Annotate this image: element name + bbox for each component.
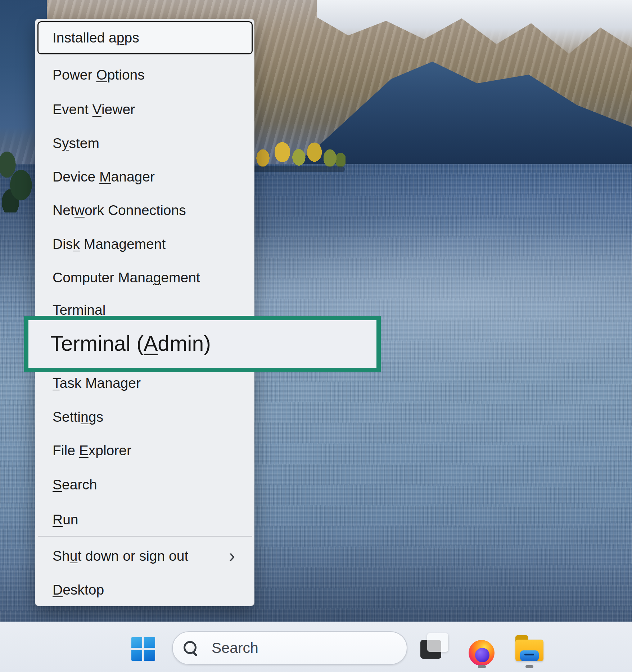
start-button[interactable] (131, 637, 155, 661)
search-icon (184, 641, 198, 655)
menu-item-search[interactable]: Search (35, 475, 254, 495)
desktop-wallpaper: { "menu": { "items": [ {"slug":"installe… (0, 0, 632, 672)
menu-item-computer-management[interactable]: Computer Management (35, 268, 254, 288)
menu-item-network-connections[interactable]: Network Connections (35, 200, 254, 220)
taskbar-search-box[interactable]: Search (172, 631, 407, 665)
menu-item-task-manager[interactable]: Task Manager (35, 373, 254, 393)
annotation-highlight-box: Terminal (Admin) (24, 316, 381, 372)
search-label: Search (212, 640, 258, 657)
menu-item-settings[interactable]: Settings (35, 407, 254, 427)
wallpaper-left-shore (0, 144, 35, 212)
menu-item-system[interactable]: System (35, 133, 254, 153)
taskbar: Search (0, 622, 632, 672)
menu-item-file-explorer[interactable]: File Explorer (35, 440, 254, 461)
menu-item-event-viewer[interactable]: Event Viewer (35, 99, 254, 120)
taskbar-file-explorer-button[interactable] (515, 635, 544, 663)
menu-item-run[interactable]: Run (35, 510, 254, 530)
firefox-icon (469, 640, 495, 666)
menu-item-installed-apps[interactable]: Installed apps (37, 21, 253, 54)
menu-separator (38, 536, 252, 537)
menu-item-terminal-admin[interactable]: Terminal (Admin) (28, 320, 376, 367)
submenu-chevron-icon: › (229, 546, 235, 565)
menu-item-power-options[interactable]: Power Options (35, 65, 254, 85)
running-indicator-file-explorer (525, 665, 533, 668)
menu-item-desktop[interactable]: Desktop (35, 580, 254, 600)
running-indicator-firefox (478, 665, 486, 668)
taskbar-firefox-button[interactable] (467, 639, 496, 667)
wallpaper-island-reflection (249, 166, 345, 172)
menu-item-device-manager[interactable]: Device Manager (35, 167, 254, 187)
windows-start-icon (131, 637, 155, 661)
winx-menu: Installed appsPower OptionsEvent ViewerS… (35, 19, 254, 606)
wallpaper-island-trees (248, 130, 346, 170)
task-view-button[interactable] (417, 633, 451, 664)
menu-item-disk-management[interactable]: Disk Management (35, 234, 254, 254)
menu-item-shut-down-or-sign-out[interactable]: Shut down or sign out› (35, 546, 254, 566)
